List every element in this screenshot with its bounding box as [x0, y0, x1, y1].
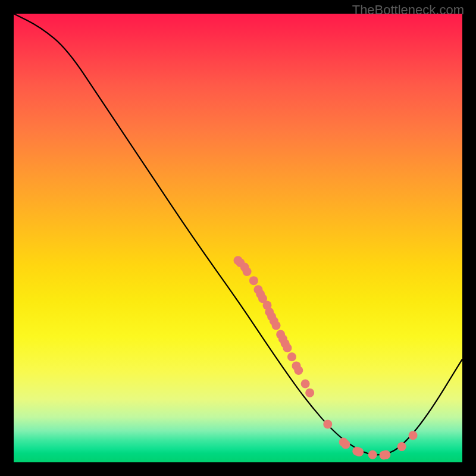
chart-marker — [381, 450, 390, 459]
chart-marker — [287, 352, 296, 361]
chart-marker — [355, 447, 364, 456]
chart-marker — [272, 321, 281, 330]
chart-marker — [409, 431, 418, 440]
chart-marker — [294, 366, 303, 375]
chart-curve — [14, 14, 462, 455]
chart-marker — [323, 419, 332, 428]
chart-marker — [305, 389, 314, 397]
chart-marker — [301, 380, 310, 389]
chart-markers — [234, 256, 418, 459]
chart-plot-area — [14, 14, 462, 462]
chart-svg — [14, 14, 462, 462]
chart-marker — [249, 276, 258, 285]
chart-marker — [341, 440, 350, 449]
watermark-text: TheBottleneck.com — [352, 2, 464, 18]
chart-marker — [368, 450, 377, 459]
chart-marker — [283, 343, 292, 352]
chart-marker — [243, 267, 252, 276]
chart-marker — [397, 442, 406, 451]
